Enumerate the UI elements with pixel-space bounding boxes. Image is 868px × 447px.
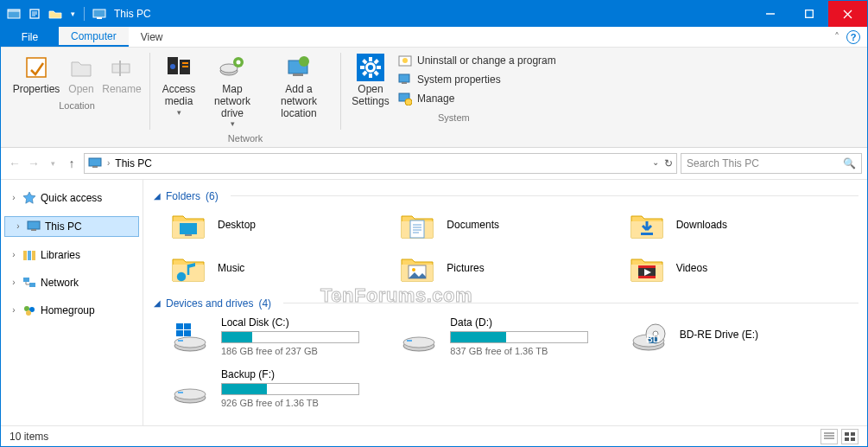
drive-free-text: 837 GB free of 1.36 TB (450, 343, 629, 356)
search-icon: 🔍 (843, 157, 856, 169)
folder-icon (400, 209, 434, 240)
svg-point-64 (174, 389, 206, 399)
access-media-button[interactable]: Access media (157, 51, 200, 118)
svg-text:BD: BD (645, 333, 660, 345)
folder-item-downloads[interactable]: Downloads (630, 209, 858, 240)
properties-label: Properties (13, 84, 60, 96)
open-label: Open (68, 84, 93, 96)
map-network-drive-button[interactable]: Map network drive (202, 51, 263, 131)
forward-button[interactable]: → (25, 155, 42, 172)
tree-quick-access[interactable]: › Quick access (1, 188, 143, 208)
back-button[interactable]: ← (6, 155, 23, 172)
folder-item-music[interactable]: Music (171, 252, 400, 284)
collapse-icon[interactable]: ◢ (154, 191, 161, 201)
expand-icon[interactable]: › (10, 193, 18, 202)
drive-item[interactable]: BDBD-RE Drive (E:) (630, 316, 858, 356)
folder-label: Music (218, 262, 244, 274)
drive-label: BD-RE Drive (E:) (680, 329, 858, 343)
svg-rect-68 (845, 437, 849, 441)
tree-homegroup[interactable]: › Homegroup (1, 301, 143, 320)
expand-icon[interactable]: › (10, 305, 18, 315)
svg-rect-27 (89, 158, 101, 166)
view-tab[interactable]: View (129, 27, 175, 47)
recent-dropdown-icon[interactable]: ▾ (44, 155, 61, 172)
manage-button[interactable]: Manage (395, 91, 560, 106)
address-bar[interactable]: › This PC ⌄ ↻ (84, 153, 677, 174)
properties-button[interactable]: Properties (11, 51, 61, 98)
up-button[interactable]: ↑ (63, 155, 80, 172)
drive-usage-bar (221, 331, 359, 343)
svg-rect-52 (176, 330, 183, 336)
drive-label: Local Disk (C:) (221, 316, 400, 331)
minimize-button[interactable] (751, 1, 789, 27)
navigation-bar: ← → ▾ ↑ › This PC ⌄ ↻ Search This PC 🔍 (1, 148, 867, 180)
quick-access-icon (22, 191, 36, 205)
svg-rect-17 (293, 73, 303, 76)
folder-item-desktop[interactable]: Desktop (171, 209, 400, 240)
drive-item[interactable]: Backup (F:)926 GB free of 1.36 TB (171, 368, 400, 408)
expand-icon[interactable]: › (10, 278, 18, 287)
folder-label: Documents (447, 219, 499, 231)
ribbon-tabs: File Computer View ˄ ? (1, 27, 867, 48)
drives-section-header[interactable]: ◢ Devices and drives (4) (154, 292, 858, 316)
drive-free-text: 186 GB free of 237 GB (221, 343, 400, 356)
drive-icon (400, 320, 438, 353)
tree-this-pc[interactable]: › This PC (4, 216, 139, 237)
section-title: Devices and drives (166, 297, 253, 310)
tree-network[interactable]: › Network (1, 273, 143, 292)
folders-section-header[interactable]: ◢ Folders (6) (154, 185, 858, 209)
status-bar: 10 items (1, 425, 867, 446)
ribbon-group-location: Properties Open Rename Location (6, 51, 148, 147)
qat-properties-icon[interactable] (25, 4, 44, 23)
qat-new-folder-icon[interactable] (46, 4, 65, 23)
open-button[interactable]: Open (63, 51, 99, 98)
folder-item-documents[interactable]: Documents (400, 209, 629, 240)
view-details-button[interactable] (820, 429, 838, 444)
svg-rect-5 (805, 10, 813, 18)
file-tab[interactable]: File (1, 27, 59, 47)
svg-rect-4 (97, 17, 102, 19)
libraries-icon (22, 248, 36, 262)
open-settings-label: Open Settings (350, 84, 391, 108)
titlebar-pc-icon (90, 4, 109, 23)
section-count: (4) (258, 297, 271, 310)
search-placeholder: Search This PC (687, 157, 759, 169)
folder-icon (171, 209, 206, 240)
maximize-button[interactable] (789, 1, 828, 27)
system-menu-icon[interactable] (4, 4, 23, 23)
drive-item[interactable]: Data (D:)837 GB free of 1.36 TB (400, 316, 629, 356)
close-button[interactable] (828, 1, 867, 27)
address-dropdown-icon[interactable]: ⌄ (652, 157, 659, 169)
svg-rect-50 (176, 323, 183, 329)
system-properties-button[interactable]: System properties (395, 72, 560, 87)
drive-item[interactable]: Local Disk (C:)186 GB free of 237 GB (171, 316, 400, 356)
folder-item-pictures[interactable]: Pictures (400, 252, 629, 284)
open-settings-button[interactable]: Open Settings (348, 51, 393, 110)
collapse-icon[interactable]: ◢ (154, 298, 161, 308)
svg-rect-41 (410, 220, 424, 238)
rename-button[interactable]: Rename (101, 51, 143, 98)
content-pane[interactable]: ◢ Folders (6) DesktopDocumentsDownloadsM… (143, 180, 867, 425)
folder-icon (171, 252, 206, 284)
ribbon-group-system: Open Settings Uninstall or change a prog… (343, 51, 565, 147)
ribbon-group-network: Access media Map network drive Add a net… (152, 51, 339, 147)
breadcrumb[interactable]: This PC (115, 157, 152, 169)
refresh-icon[interactable]: ↻ (664, 157, 673, 169)
expand-icon[interactable]: › (14, 221, 22, 231)
computer-tab[interactable]: Computer (59, 27, 129, 47)
network-icon (22, 276, 36, 290)
folder-item-videos[interactable]: Videos (630, 252, 858, 284)
search-input[interactable]: Search This PC 🔍 (681, 153, 862, 174)
expand-icon[interactable]: › (10, 250, 18, 259)
tree-libraries[interactable]: › Libraries (1, 246, 143, 265)
uninstall-program-button[interactable]: Uninstall or change a program (395, 53, 560, 68)
help-icon[interactable]: ? (846, 30, 860, 44)
navigation-pane: › Quick access › This PC › Libraries › N… (1, 180, 143, 425)
svg-rect-46 (638, 276, 656, 278)
ribbon-collapse-icon[interactable]: ˄ (834, 31, 839, 43)
add-network-location-button[interactable]: Add a network location (264, 51, 333, 121)
breadcrumb-chevron-icon[interactable]: › (107, 158, 110, 168)
system-group-label: System (438, 110, 470, 126)
qat-dropdown-icon[interactable]: ▾ (67, 4, 79, 23)
view-large-icons-button[interactable] (841, 429, 858, 444)
